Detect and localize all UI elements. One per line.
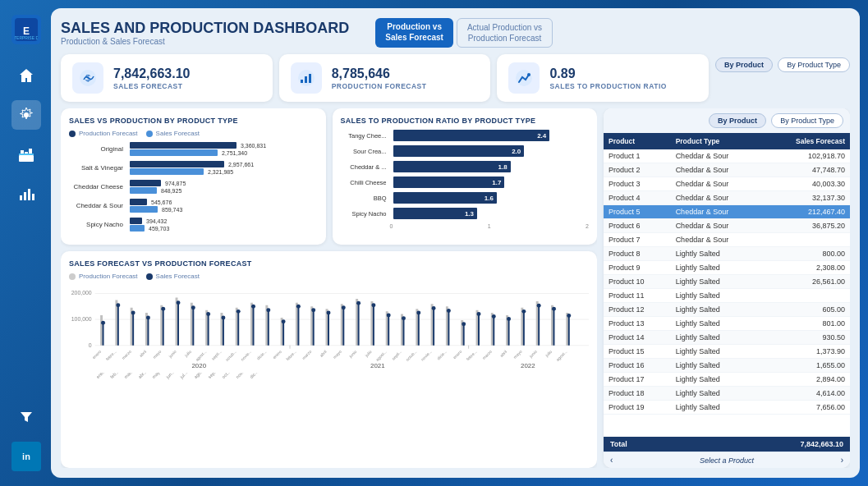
svg-text:ENTERPRISE DNA: ENTERPRISE DNA [15, 35, 38, 40]
table-row[interactable]: Product 10 Lightly Salted 26,561.00 [604, 275, 850, 289]
svg-point-100 [432, 306, 436, 310]
dashboard-main: SALES VS PRODUCTION BY PRODUCT TYPE Prod… [61, 108, 850, 468]
svg-text:agost...: agost... [195, 350, 207, 362]
svg-text:junio: junio [348, 350, 358, 360]
ratio-row-bbq: BBQ 1.6 [341, 192, 590, 204]
table-footer: Total 7,842,663.10 [604, 437, 850, 452]
cell-type: Lightly Salted [671, 275, 764, 289]
ratio-chart-title: SALES TO PRODUCTION RATIO BY PRODUCT TYP… [341, 117, 590, 125]
cell-forecast: 32,137.30 [763, 191, 850, 205]
ratio-bar-wrap-chilli: 1.7 [393, 177, 590, 188]
svg-point-79 [327, 310, 331, 314]
table-row[interactable]: Product 18 Lightly Salted 4,614.00 [604, 387, 850, 401]
ratio-val-chilli: 1.7 [492, 179, 501, 186]
svg-text:novie...: novie... [240, 350, 252, 362]
svg-point-88 [371, 303, 375, 307]
table-row[interactable]: Product 1 Cheddar & Sour 102,918.70 [604, 149, 850, 163]
svg-text:dicie...: dicie... [256, 350, 268, 361]
table-row[interactable]: Product 7 Cheddar & Sour [604, 233, 850, 247]
cell-product: Product 18 [604, 387, 671, 401]
svg-text:septi...: septi... [211, 350, 223, 361]
ratio-label: SALES TO PRODUCTION RATIO [549, 82, 667, 90]
table-row[interactable]: Product 8 Lightly Salted 800.00 [604, 247, 850, 261]
analytics-icon[interactable] [11, 179, 41, 209]
bar-row-spicy: Spicy Nacho 394,432 459,703 [69, 218, 318, 232]
ratio-chart-body: Tangy Chee... 2.4 Sour Crea... [341, 130, 590, 229]
cell-product: Product 19 [604, 401, 671, 415]
by-product-type-button[interactable]: By Product Type [778, 57, 850, 72]
cell-product: Product 6 [604, 219, 671, 233]
table-row[interactable]: Product 17 Lightly Salted 2,894.00 [604, 373, 850, 387]
page-subtitle: Production & Sales Forecast [61, 37, 349, 46]
svg-point-61 [237, 309, 241, 314]
table-row[interactable]: Product 13 Lightly Salted 801.00 [604, 317, 850, 331]
tab-production-vs-sales[interactable]: Production vsSales Forecast [375, 18, 453, 48]
settings-icon[interactable] [11, 100, 41, 130]
legend-production: Production Forecast [69, 130, 138, 137]
cell-type: Cheddar & Sour [671, 219, 764, 233]
cell-forecast: 26,561.00 [763, 275, 850, 289]
legend-production-dot [69, 131, 76, 137]
sales-bar-cheddar-sour [130, 206, 158, 213]
by-product-type-table-btn[interactable]: By Product Type [771, 113, 843, 128]
forecast-legend: Production Forecast Sales Forecast [69, 273, 589, 280]
svg-text:marzo: marzo [301, 350, 312, 360]
svg-point-91 [387, 313, 391, 317]
legend-sales-dot [146, 131, 153, 137]
ratio-chart-panel: SALES TO PRODUCTION RATIO BY PRODUCT TYP… [333, 108, 598, 245]
cell-type: Cheddar & Sour [671, 205, 764, 219]
factory-icon[interactable] [11, 140, 41, 169]
svg-text:febre...: febre... [286, 350, 297, 361]
table-row[interactable]: Product 9 Lightly Salted 2,308.00 [604, 261, 850, 275]
cell-type: Lightly Salted [671, 289, 764, 303]
table-row[interactable]: Product 15 Lightly Salted 1,373.90 [604, 345, 850, 359]
right-panel: By Product By Product Type Product Produ… [604, 108, 850, 468]
table-row[interactable]: Product 11 Lightly Salted [604, 289, 850, 303]
svg-point-67 [266, 308, 270, 312]
by-product-table-btn[interactable]: By Product [709, 113, 766, 128]
table-row[interactable]: Product 4 Cheddar & Sour 32,137.30 [604, 191, 850, 205]
production-forecast-icon [291, 62, 322, 94]
ratio-label-chilli: Chilli Cheese [341, 179, 390, 186]
bar-row-salt: Salt & Vinegar 2,957,661 2,321,985 [69, 161, 318, 175]
table-wrapper[interactable]: Product Product Type Sales Forecast Prod… [604, 133, 850, 437]
table-row[interactable]: Product 2 Cheddar & Sour 47,748.70 [604, 163, 850, 177]
table-nav-right[interactable]: › [841, 456, 843, 465]
ratio-bar-tangy: 2.4 [393, 130, 550, 141]
table-header-row: Product Product Type Sales Forecast [604, 133, 850, 149]
home-icon[interactable] [11, 61, 41, 90]
filter-icon[interactable] [11, 402, 41, 432]
svg-rect-8 [19, 154, 34, 155]
tab-actual-vs-forecast[interactable]: Actual Production vsProduction Forecast [457, 18, 553, 48]
svg-point-49 [177, 300, 181, 305]
svg-rect-4 [19, 155, 34, 162]
table-row[interactable]: Product 3 Cheddar & Sour 40,003.30 [604, 177, 850, 191]
cell-product: Product 4 [604, 191, 671, 205]
cell-forecast: 102,918.70 [763, 149, 850, 163]
table-row[interactable]: Product 19 Lightly Salted 7,656.00 [604, 401, 850, 415]
table-row[interactable]: Product 5 Cheddar & Sour 212,467.40 [604, 205, 850, 219]
bar-row-cheddar: Cheddar Cheese 974,875 848,925 [69, 180, 318, 194]
forecast-panel: SALES FORECAST VS PRODUCTION FORECAST Pr… [61, 251, 597, 468]
table-row[interactable]: Product 16 Lightly Salted 1,655.00 [604, 359, 850, 373]
prod-val-original: 3,360,831 [241, 143, 266, 149]
table-row[interactable]: Product 12 Lightly Salted 605.00 [604, 303, 850, 317]
ratio-x-axis: 0 1 2 [341, 223, 590, 229]
linkedin-icon[interactable]: in [11, 442, 41, 471]
prod-bar-salt [130, 161, 224, 167]
svg-point-121 [537, 304, 541, 308]
bar-group-cheddar: 974,875 848,925 [130, 180, 186, 194]
bar-chart-panel: SALES VS PRODUCTION BY PRODUCT TYPE Prod… [61, 108, 326, 245]
table-row[interactable]: Product 6 Cheddar & Sour 36,875.20 [604, 219, 850, 233]
forecast-legend-prod: Production Forecast [69, 273, 138, 280]
ratio-bar-sour: 2.0 [393, 145, 525, 157]
forecast-legend-sales: Sales Forecast [146, 273, 200, 280]
cell-type: Lightly Salted [671, 359, 764, 373]
svg-text:mayo: mayo [513, 350, 523, 360]
cell-forecast [763, 289, 850, 303]
table-nav-left[interactable]: ‹ [610, 456, 613, 465]
table-row[interactable]: Product 14 Lightly Salted 930.50 [604, 331, 850, 345]
svg-text:100,000: 100,000 [71, 316, 92, 322]
by-product-button[interactable]: By Product [715, 57, 773, 72]
ratio-val-spicy: 1.3 [465, 210, 474, 218]
